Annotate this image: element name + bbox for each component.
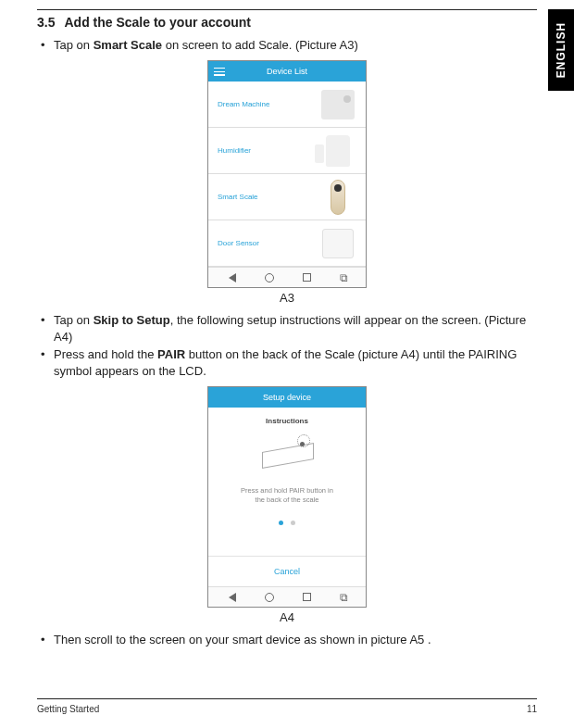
device-row-humidifier: Humidifier [208,128,366,174]
phone2-title: Setup device [208,392,366,403]
screenshot-icon: ⧉ [340,592,346,603]
page-indicator [219,513,355,530]
footer-section: Getting Started [37,703,99,716]
android-nav-bar: ⧉ [208,586,366,607]
section-heading: 3.5Add the Scale to your account [37,9,537,31]
back-icon [229,593,236,602]
bullet-2: Tap on Skip to Setup, the following setu… [41,312,537,345]
section-number: 3.5 [37,15,55,30]
instructions-label: Instructions [219,417,355,427]
home-icon [265,273,274,282]
dot-active [279,521,283,525]
bullet-3: Press and hold the PAIR button on the ba… [41,346,537,379]
screenshot-icon: ⧉ [340,272,346,283]
caption-a4: A4 [37,609,537,626]
section-title: Add the Scale to your account [64,15,250,30]
recent-icon [303,593,311,601]
door-sensor-icon [316,225,360,262]
bullet-1: Tap on Smart Scale on screen to add Scal… [41,37,537,54]
recent-icon [303,273,311,282]
setup-instruction-text: Press and hold PAIR button in the back o… [219,486,355,505]
screenshot-a4: Setup device Instructions Press and hold… [207,386,367,608]
device-label: Smart Scale [218,193,258,203]
phone2-header: Setup device [208,387,366,408]
android-nav-bar: ⧉ [208,267,366,287]
language-tab-label: ENGLISH [554,22,568,78]
device-row-door-sensor: Door Sensor [208,220,366,267]
back-icon [229,273,236,282]
phone1-title: Device List [208,66,366,77]
device-label: Humidifier [218,146,251,157]
caption-a3: A3 [37,290,537,307]
home-icon [265,593,274,602]
humidifier-icon [316,132,360,169]
screenshot-a3: Device List Dream Machine Humidifier Sma… [207,60,367,288]
footer-page-number: 11 [527,703,537,716]
dot-inactive [291,521,295,525]
page-footer: Getting Started 11 [37,698,537,716]
device-label: Door Sensor [218,239,259,249]
smart-scale-icon [316,179,360,216]
device-row-smart-scale: Smart Scale [208,174,366,220]
dream-machine-icon [316,86,360,123]
device-label: Dream Machine [218,100,269,110]
phone1-header: Device List [208,61,366,82]
device-row-dream-machine: Dream Machine [208,82,366,128]
bullet-4: Then scroll to the screen on your smart … [41,632,537,648]
scale-illustration [255,436,319,473]
language-tab: ENGLISH [548,9,574,91]
cancel-button: Cancel [208,556,366,586]
